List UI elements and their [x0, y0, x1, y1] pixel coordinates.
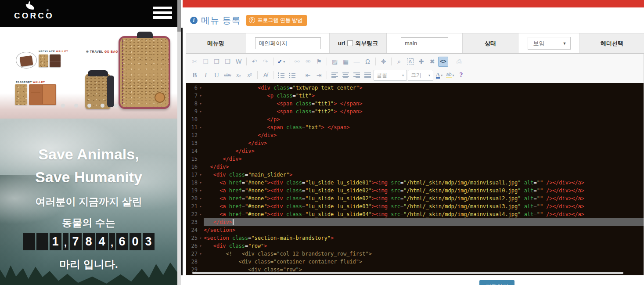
fold-arrow-icon[interactable]: ▾	[198, 234, 204, 242]
subscript-icon[interactable]: x₂	[234, 70, 244, 80]
menu-name-input[interactable]	[255, 37, 321, 49]
save-button[interactable]: 저장하기	[479, 280, 514, 285]
fold-arrow-icon[interactable]: ▾	[198, 100, 204, 108]
fold-arrow-icon[interactable]: ▾	[198, 210, 204, 218]
numbered-list-icon[interactable]	[276, 70, 286, 80]
tag-remove-icon[interactable]: ✖	[427, 57, 437, 67]
fold-arrow-icon[interactable]: ▾	[198, 92, 204, 100]
url-input[interactable]	[401, 37, 448, 49]
about-icon[interactable]: ?	[456, 70, 466, 80]
outdent-icon[interactable]: ⇤	[303, 70, 313, 80]
underline-icon[interactable]: U	[212, 70, 222, 80]
fold-arrow-icon[interactable]: ▾	[198, 195, 204, 202]
toolbar-separator	[257, 71, 258, 79]
status-select-value: 보임	[533, 40, 545, 47]
external-link-label: 외부링크	[355, 40, 378, 47]
program-link-help-button[interactable]: ? 프로그램 연동 방법	[246, 15, 307, 26]
link-icon[interactable]: ⚯	[292, 57, 302, 67]
line-number: 10	[186, 115, 198, 123]
slider-dot[interactable]	[114, 104, 118, 108]
code-area[interactable]: 6▾<div class="txtwrap text-center">7▾<p …	[186, 83, 644, 275]
superscript-icon[interactable]: x²	[245, 70, 255, 80]
paste-text-icon[interactable]: ❒	[223, 57, 233, 67]
bold-icon[interactable]: B	[190, 70, 200, 80]
fold-arrow-icon[interactable]: ▾	[198, 123, 204, 131]
line-number: 25	[186, 234, 198, 242]
product-slider[interactable]: NECKLACE WALLET PASSPORT WALLET ❋ TRAVEL…	[0, 27, 177, 119]
preview-scrollbar-thumb[interactable]	[177, 0, 181, 32]
code-line: 7▾<p class="tit">	[186, 92, 644, 100]
table-icon[interactable]: ▦	[341, 57, 351, 67]
bg-color-icon[interactable]: ab▾	[445, 70, 455, 80]
cork-card-wallet-image	[39, 54, 48, 67]
travel-go-bag-label: ❋ TRAVEL GO BAG	[86, 50, 118, 54]
code-line: 26▾<div class="row">	[186, 242, 644, 250]
anchor-icon[interactable]: ⚑	[314, 57, 324, 67]
page-title: 메뉴 등록	[201, 14, 241, 26]
preview-scrollbar[interactable]	[177, 0, 181, 285]
strike-icon[interactable]: abc	[223, 70, 233, 80]
image-icon[interactable]: ▨	[330, 57, 340, 67]
fold-arrow-icon[interactable]: ▾	[198, 250, 204, 258]
slider-dot[interactable]	[74, 104, 78, 108]
slider-dot[interactable]	[101, 104, 104, 108]
fold-arrow-icon[interactable]: ▾	[198, 171, 204, 179]
info-icon: i	[190, 17, 198, 24]
copy-icon[interactable]: ❏	[201, 57, 211, 67]
site-header: CORCO ®	[0, 0, 177, 27]
print-icon[interactable]: ⎙	[454, 57, 464, 67]
status-select[interactable]: 보임 ▼	[528, 37, 571, 50]
toolbar-separator	[289, 58, 289, 65]
indent-icon[interactable]: ⇥	[314, 70, 324, 80]
font-combo[interactable]: 글꼴▾	[374, 70, 407, 81]
special-char-icon[interactable]: Ω	[363, 57, 373, 67]
counter-comma: ,	[109, 233, 115, 250]
horizontal-scrollbar[interactable]	[192, 272, 623, 274]
registered-mark: ®	[47, 8, 49, 12]
fold-arrow-icon[interactable]: ▾	[198, 108, 204, 115]
remove-format-icon[interactable]: A̸	[260, 70, 270, 80]
line-number: 12	[186, 131, 198, 139]
align-right-icon[interactable]	[352, 70, 362, 80]
undo-icon[interactable]: ↶	[249, 57, 259, 67]
slider-dot[interactable]	[87, 104, 91, 108]
find-replace-icon[interactable]: ⌕	[394, 57, 404, 67]
menu-form-row: 메뉴명 url 외부링크 상태 보임 ▼ 헤더선택	[186, 33, 644, 54]
hamburger-menu-icon[interactable]	[153, 7, 172, 21]
unlink-icon[interactable]: ⚮	[303, 57, 313, 67]
toolbar-separator	[246, 58, 247, 65]
external-link-checkbox[interactable]	[347, 40, 353, 46]
site-preview-panel: CORCO ® NECKLACE WALLET PASSPORT WALLET …	[0, 0, 177, 285]
fold-arrow-icon[interactable]: ▾	[198, 179, 204, 187]
hero-section: Save Animals, Save Humanity 여러분이 지금까지 살린…	[0, 119, 177, 285]
counter-digit: 0	[130, 233, 141, 250]
slider-dot[interactable]	[61, 104, 65, 108]
hero-subtitle-2: 동물의 수는	[0, 216, 177, 230]
bulleted-list-icon[interactable]	[287, 70, 297, 80]
text-color-icon[interactable]: A▾	[434, 70, 444, 80]
align-center-icon[interactable]	[341, 70, 351, 80]
paste-word-icon[interactable]: W	[234, 57, 244, 67]
source-icon[interactable]: <>	[438, 57, 448, 67]
align-left-icon[interactable]	[330, 70, 340, 80]
line-number: 14	[186, 147, 198, 155]
italic-icon[interactable]: I	[201, 70, 211, 80]
brown-card-wallet-image	[50, 54, 61, 67]
size-combo[interactable]: 크기▾	[408, 70, 433, 81]
fold-arrow-icon[interactable]: ▾	[198, 242, 204, 250]
fold-arrow-icon[interactable]: ▾	[198, 187, 204, 195]
select-all-icon[interactable]: A	[405, 57, 415, 67]
maximize-icon[interactable]: ✥	[378, 57, 389, 67]
horizontal-rule-icon[interactable]: ―	[352, 57, 362, 67]
tag-add-icon[interactable]: ✚	[416, 57, 426, 67]
fold-arrow-icon[interactable]: ▾	[198, 202, 204, 210]
spellcheck-icon[interactable]: ✓▾	[276, 57, 286, 67]
fold-spacer	[198, 258, 204, 266]
cut-icon[interactable]: ✂	[190, 57, 200, 67]
url-label: url	[338, 40, 345, 47]
paste-icon[interactable]: ❐	[212, 57, 222, 67]
align-justify-icon[interactable]	[363, 70, 373, 80]
fold-arrow-icon[interactable]: ▾	[198, 84, 204, 92]
hero-title-line2: Save Humanity	[0, 169, 177, 186]
redo-icon[interactable]: ↷	[260, 57, 270, 67]
